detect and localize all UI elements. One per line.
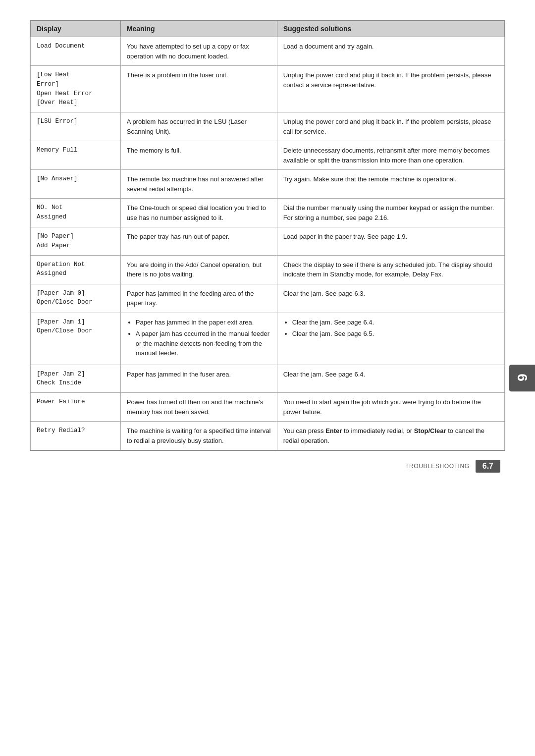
table-row: [Paper Jam 0] Open/Close DoorPaper has j…	[31, 284, 505, 313]
solution-cell: Clear the jam. See page 6.3.	[277, 284, 504, 313]
meaning-cell: The remote fax machine has not answered …	[120, 170, 277, 199]
solution-cell: You can press Enter to immediately redia…	[277, 422, 504, 450]
solution-cell: Try again. Make sure that the remote mac…	[277, 170, 504, 199]
meaning-cell: Paper has jammed in the paper exit area.…	[120, 313, 277, 365]
solution-cell: Clear the jam. See page 6.4.Clear the ja…	[277, 313, 504, 365]
table-row: NO. Not AssignedThe One-touch or speed d…	[31, 199, 505, 227]
meaning-cell: The machine is waiting for a specified t…	[120, 422, 277, 450]
meaning-cell: The memory is full.	[120, 141, 277, 170]
meaning-cell: Power has turned off then on and the mac…	[120, 393, 277, 422]
meaning-cell: You have attempted to set up a copy or f…	[120, 37, 277, 66]
display-cell: [Paper Jam 2] Check Inside	[31, 365, 121, 393]
display-cell: [No Answer]	[31, 170, 121, 199]
footer-page: 6.7	[476, 460, 500, 473]
table-row: Operation Not AssignedYou are doing in t…	[31, 255, 505, 284]
solution-cell: Load a document and try again.	[277, 37, 504, 66]
table-row: [LSU Error]A problem has occurred in the…	[31, 112, 505, 141]
col-header-display: Display	[31, 21, 121, 37]
solution-cell: Dial the number manually using the numbe…	[277, 199, 504, 227]
col-header-meaning: Meaning	[120, 21, 277, 37]
table-row: [No Answer]The remote fax machine has no…	[31, 170, 505, 199]
col-header-solutions: Suggested solutions	[277, 21, 504, 37]
table-row: [No Paper] Add PaperThe paper tray has r…	[31, 227, 505, 256]
table-row: [Paper Jam 1] Open/Close DoorPaper has j…	[31, 313, 505, 365]
main-table-wrapper: Display Meaning Suggested solutions Load…	[30, 20, 505, 451]
footer-label: Troubleshooting	[405, 463, 470, 470]
meaning-cell: The One-touch or speed dial location you…	[120, 199, 277, 227]
display-cell: Memory Full	[31, 141, 121, 170]
display-cell: Load Document	[31, 37, 121, 66]
meaning-cell: The paper tray has run out of paper.	[120, 227, 277, 256]
table-row: Load DocumentYou have attempted to set u…	[31, 37, 505, 66]
solution-cell: Unplug the power cord and plug it back i…	[277, 66, 504, 112]
meaning-cell: Paper has jammed in the fuser area.	[120, 365, 277, 393]
display-cell: NO. Not Assigned	[31, 199, 121, 227]
solution-cell: Unplug the power cord and plug it back i…	[277, 112, 504, 141]
meaning-cell: You are doing in the Add/ Cancel operati…	[120, 255, 277, 284]
meaning-cell: A problem has occurred in the LSU (Laser…	[120, 112, 277, 141]
meaning-cell: There is a problem in the fuser unit.	[120, 66, 277, 112]
page-tab: 6	[509, 365, 535, 391]
display-cell: [Paper Jam 1] Open/Close Door	[31, 313, 121, 365]
solution-cell: You need to start again the job which yo…	[277, 393, 504, 422]
error-table: Display Meaning Suggested solutions Load…	[30, 20, 505, 450]
footer: Troubleshooting 6.7	[30, 460, 505, 473]
meaning-cell: Paper has jammed in the feeding area of …	[120, 284, 277, 313]
table-row: [Low Heat Error] Open Heat Error [Over H…	[31, 66, 505, 112]
table-row: Power FailurePower has turned off then o…	[31, 393, 505, 422]
solution-cell: Load paper in the paper tray. See page 1…	[277, 227, 504, 256]
display-cell: [LSU Error]	[31, 112, 121, 141]
display-cell: Retry Redial?	[31, 422, 121, 450]
table-row: Retry Redial?The machine is waiting for …	[31, 422, 505, 450]
display-cell: [Low Heat Error] Open Heat Error [Over H…	[31, 66, 121, 112]
solution-cell: Check the display to see if there is any…	[277, 255, 504, 284]
display-cell: Operation Not Assigned	[31, 255, 121, 284]
solution-cell: Clear the jam. See page 6.4.	[277, 365, 504, 393]
display-cell: Power Failure	[31, 393, 121, 422]
display-cell: [Paper Jam 0] Open/Close Door	[31, 284, 121, 313]
display-cell: [No Paper] Add Paper	[31, 227, 121, 256]
table-row: [Paper Jam 2] Check InsidePaper has jamm…	[31, 365, 505, 393]
solution-cell: Delete unnecessary documents, retransmit…	[277, 141, 504, 170]
table-row: Memory FullThe memory is full.Delete unn…	[31, 141, 505, 170]
